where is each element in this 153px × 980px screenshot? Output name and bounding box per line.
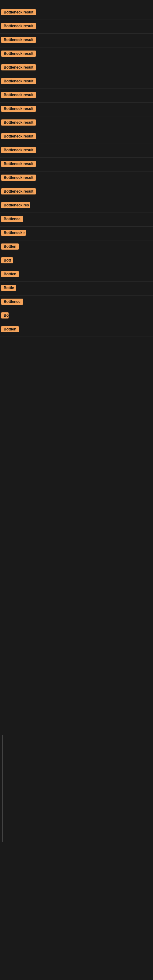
list-item: Bottlen <box>0 240 153 254</box>
bottleneck-badge: Bottleneck result <box>1 23 36 29</box>
bottleneck-badge: Bottleneck result <box>1 106 36 112</box>
bottleneck-badge: Bottlen <box>1 271 19 277</box>
bottleneck-badge: Bottleneck res <box>1 202 30 208</box>
list-item: Bottleneck result <box>0 61 153 75</box>
bottleneck-badge: Bottleneck result <box>1 51 36 57</box>
list-item: Bottleneck result <box>0 144 153 158</box>
list-item: Bottleneck result <box>0 48 153 61</box>
bottleneck-badge: Bottlenec <box>1 299 23 305</box>
list-item: Bottleneck result <box>0 158 153 172</box>
list-item: Bottleneck result <box>0 89 153 103</box>
vertical-line <box>2 735 3 842</box>
list-item: Bottleneck result <box>0 172 153 185</box>
bottleneck-badge: Bottlen <box>1 326 19 332</box>
bottleneck-badge: Bott <box>1 257 13 263</box>
bottleneck-badge: Bottleneck result <box>1 161 36 167</box>
list-item: Bottlen <box>0 268 153 282</box>
bottleneck-badge: Bottlenec <box>1 216 23 222</box>
bottleneck-badge: Bottleneck result <box>1 147 36 153</box>
bottleneck-badge: Bottleneck result <box>1 9 36 15</box>
bottleneck-badge: Bottleneck result <box>1 37 36 43</box>
bottleneck-badge: Bottlen <box>1 243 19 250</box>
list-item: Bottleneck result <box>0 103 153 116</box>
bottleneck-badge: Bottle <box>1 285 16 291</box>
site-title <box>0 0 153 5</box>
list-item: Bottle <box>0 282 153 296</box>
list-item: Bottleneck result <box>0 34 153 48</box>
page-container: Bottleneck resultBottleneck resultBottle… <box>0 0 153 980</box>
bottleneck-badge: Bo <box>1 312 9 318</box>
list-item: Bottleneck result <box>0 116 153 130</box>
bottleneck-badge: Bottleneck result <box>1 175 36 181</box>
list-item: Bottleneck r <box>0 227 153 240</box>
list-item: Bottlenec <box>0 296 153 309</box>
bottleneck-badge: Bottleneck r <box>1 230 26 236</box>
list-item: Bottleneck result <box>0 75 153 89</box>
items-container: Bottleneck resultBottleneck resultBottle… <box>0 5 153 709</box>
bottleneck-badge: Bottleneck result <box>1 133 36 139</box>
bottleneck-badge: Bottleneck result <box>1 92 36 98</box>
bottleneck-badge: Bottleneck result <box>1 64 36 70</box>
list-item: Bottlen <box>0 323 153 337</box>
list-item: Bott <box>0 254 153 268</box>
bottleneck-badge: Bottleneck result <box>1 119 36 126</box>
list-item: Bottleneck result <box>0 130 153 144</box>
bottleneck-badge: Bottleneck result <box>1 188 36 194</box>
list-item: Bottleneck result <box>0 20 153 34</box>
list-item: Bottleneck res <box>0 199 153 213</box>
list-item: Bottleneck result <box>0 185 153 199</box>
bottleneck-badge: Bottleneck result <box>1 78 36 84</box>
list-item: Bottleneck result <box>0 6 153 20</box>
list-item: Bottlenec <box>0 213 153 227</box>
list-item: Bo <box>0 309 153 323</box>
